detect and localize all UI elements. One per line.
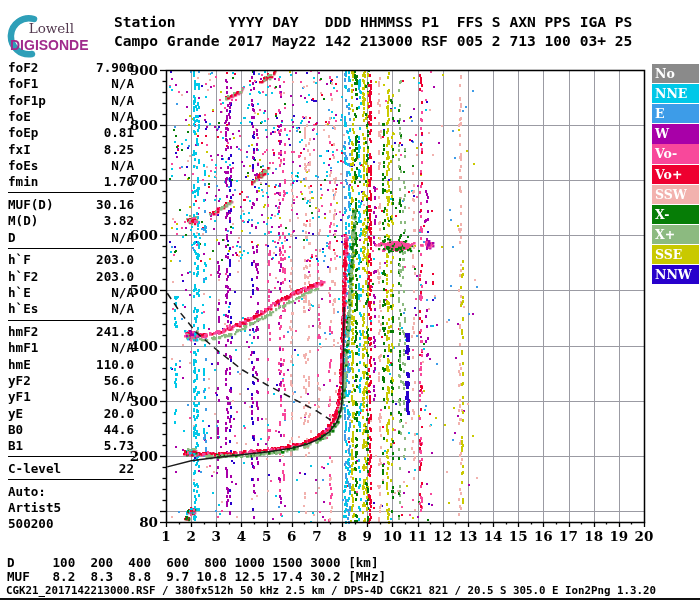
- param-label: C-level: [8, 461, 61, 476]
- param-label: foEp: [8, 125, 38, 140]
- x-tick-label: 15: [505, 528, 531, 544]
- x-tick-label: 11: [405, 528, 431, 544]
- param-row: MUF(D)30.16: [8, 197, 134, 212]
- distance-row: D 100 200 400 600 800 1000 1500 3000 [km…: [7, 555, 379, 570]
- param-row: yF256.6: [8, 373, 134, 388]
- x-tick-label: 3: [203, 528, 229, 544]
- legend-item-vo+: Vo+: [652, 165, 699, 184]
- y-tick-label: 500: [124, 282, 158, 298]
- param-label: h`F2: [8, 269, 38, 284]
- param-value: N/A: [111, 158, 134, 173]
- y-tick-label: 800: [124, 117, 158, 133]
- param-label: D: [8, 230, 16, 245]
- legend-item-e: E: [652, 104, 699, 123]
- param-label: fxI: [8, 142, 31, 157]
- param-label: yF2: [8, 373, 31, 388]
- param-row: h`EN/A: [8, 285, 134, 300]
- legend-item-no-val: No Val: [652, 64, 699, 83]
- muf-row: MUF 8.2 8.3 8.8 9.7 10.8 12.5 17.4 30.2 …: [7, 569, 386, 584]
- param-label: hmE: [8, 357, 31, 372]
- header-fields-line: Station YYYY DAY DDD HHMMSS P1 FFS S AXN…: [114, 13, 632, 30]
- param-label: foE: [8, 109, 31, 124]
- legend-item-w: W: [652, 124, 699, 143]
- param-row: Artist5: [8, 500, 134, 515]
- y-tick-label: 400: [124, 338, 158, 354]
- legend-item-vo-: Vo-: [652, 144, 699, 163]
- y-tick-label: 700: [124, 172, 158, 188]
- param-row: hmF2241.8: [8, 324, 134, 339]
- x-tick-label: 10: [379, 528, 405, 544]
- param-label: foEs: [8, 158, 38, 173]
- x-tick-label: 14: [480, 528, 506, 544]
- legend-item-nne: NNE: [652, 84, 699, 103]
- y-tick-label: 900: [124, 62, 158, 78]
- param-label: Artist5: [8, 500, 61, 515]
- param-divider: [8, 320, 134, 321]
- param-row: 500200: [8, 516, 134, 531]
- param-label: foF1: [8, 76, 38, 91]
- param-divider: [8, 479, 134, 480]
- param-value: 30.16: [96, 197, 134, 212]
- param-row: M(D)3.82: [8, 213, 134, 228]
- legend-item-nnw: NNW: [652, 265, 699, 284]
- param-row: B15.73: [8, 438, 134, 453]
- param-row: foF27.900: [8, 60, 134, 75]
- param-row: fmin1.70: [8, 174, 134, 189]
- param-row: foF1pN/A: [8, 93, 134, 108]
- x-tick-label: 7: [304, 528, 330, 544]
- param-row: B044.6: [8, 422, 134, 437]
- param-label: h`F: [8, 252, 31, 267]
- param-label: fmin: [8, 174, 38, 189]
- y-tick-label: 200: [124, 448, 158, 464]
- x-tick-label: 18: [581, 528, 607, 544]
- param-row: DN/A: [8, 230, 134, 245]
- param-label: foF1p: [8, 93, 46, 108]
- param-label: h`E: [8, 285, 31, 300]
- param-value: 3.82: [104, 213, 134, 228]
- x-tick-label: 6: [279, 528, 305, 544]
- param-value: 8.25: [104, 142, 134, 157]
- x-tick-label: 8: [329, 528, 355, 544]
- footer-fileinfo: CGK21_2017142213000.RSF / 380fx512h 50 k…: [6, 584, 656, 597]
- param-value: N/A: [111, 93, 134, 108]
- param-label: yE: [8, 406, 23, 421]
- param-value: 56.6: [104, 373, 134, 388]
- logo-digisonde-text: DIGISONDE: [10, 37, 89, 53]
- x-tick-label: 1: [153, 528, 179, 544]
- param-row: fxI8.25: [8, 142, 134, 157]
- param-value: 203.0: [96, 252, 134, 267]
- param-label: B0: [8, 422, 23, 437]
- legend-item-x-: X-: [652, 205, 699, 224]
- param-divider: [8, 248, 134, 249]
- x-tick-label: 17: [556, 528, 582, 544]
- param-value: N/A: [111, 301, 134, 316]
- logo-lowell-text: Lowell: [29, 20, 74, 36]
- param-row: yF1N/A: [8, 389, 134, 404]
- param-row: h`F2203.0: [8, 269, 134, 284]
- y-tick-label: 600: [124, 227, 158, 243]
- param-row: foEN/A: [8, 109, 134, 124]
- param-row: hmE110.0: [8, 357, 134, 372]
- x-tick-label: 19: [606, 528, 632, 544]
- legend-item-sse: SSE: [652, 245, 699, 264]
- header-values-line: Campo Grande 2017 May22 142 213000 RSF 0…: [114, 32, 632, 49]
- param-row: C-level22: [8, 461, 134, 476]
- x-tick-label: 16: [530, 528, 556, 544]
- x-tick-label: 9: [354, 528, 380, 544]
- param-value: 110.0: [96, 357, 134, 372]
- param-label: hmF2: [8, 324, 38, 339]
- param-label: M(D): [8, 213, 38, 228]
- param-row: Auto:: [8, 484, 134, 499]
- param-row: foEsN/A: [8, 158, 134, 173]
- ionogram-screen: Lowell DIGISONDE Station YYYY DAY DDD HH…: [0, 0, 700, 600]
- param-row: foEp0.81: [8, 125, 134, 140]
- param-label: foF2: [8, 60, 38, 75]
- legend-item-x+: X+: [652, 225, 699, 244]
- param-label: yF1: [8, 389, 31, 404]
- x-tick-label: 13: [455, 528, 481, 544]
- param-divider: [8, 192, 134, 193]
- param-divider: [8, 456, 134, 457]
- param-value: 44.6: [104, 422, 134, 437]
- legend-item-ssw: SSW: [652, 185, 699, 204]
- y-tick-label: 300: [124, 393, 158, 409]
